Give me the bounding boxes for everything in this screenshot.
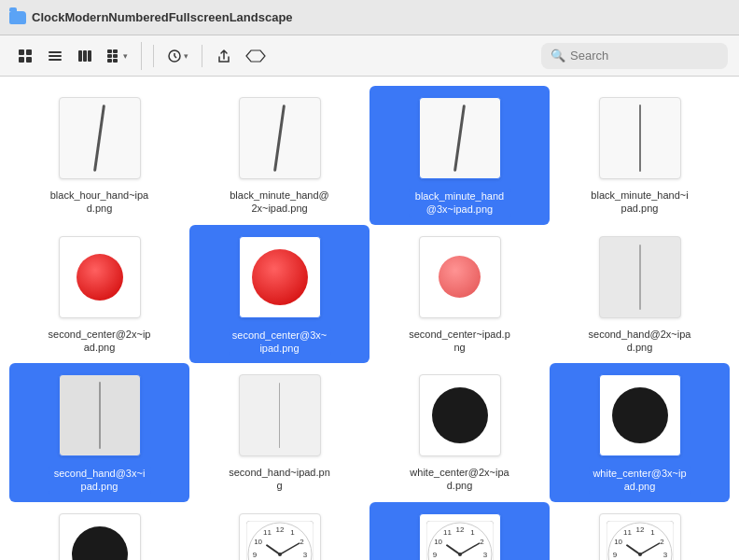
toolbar: ▾ ▾ 🔍 [0, 35, 739, 77]
file-item[interactable]: 121234567891011white_face~ipad.png [550, 502, 730, 560]
svg-rect-7 [78, 50, 82, 62]
file-item[interactable]: black_hour_hand~ipad.png [9, 86, 189, 225]
share-btn[interactable] [210, 42, 238, 70]
file-thumbnail: 121234567891011 [595, 510, 685, 560]
svg-text:9: 9 [612, 550, 617, 558]
title-bar: ClockModernNumberedFullscreenLandscape [0, 0, 739, 35]
svg-point-69 [638, 553, 642, 556]
file-item[interactable]: black_minute_hand@2x~ipad.png [189, 86, 370, 225]
svg-point-35 [278, 553, 282, 556]
search-bar: 🔍 [541, 43, 728, 69]
file-item[interactable]: white_center@3x~ipad.png [550, 363, 730, 502]
file-name: black_minute_hand@2x~ipad.png [229, 189, 331, 216]
file-item[interactable]: second_hand~ipad.png [189, 363, 370, 502]
file-thumbnail [55, 371, 145, 460]
svg-text:11: 11 [263, 528, 272, 537]
file-grid: black_hour_hand~ipad.pngblack_minute_han… [0, 86, 739, 560]
file-name: black_minute_hand@3x~ipad.png [409, 189, 511, 217]
gallery-chevron: ▾ [123, 51, 128, 61]
file-item[interactable]: second_center~ipad.png [370, 225, 550, 364]
actions-btn[interactable]: ▾ [161, 43, 194, 69]
file-thumbnail [235, 232, 325, 322]
file-item[interactable]: second_center@3x~ipad.png [189, 225, 370, 364]
file-name: black_minute_hand~ipad.png [589, 189, 691, 216]
file-thumbnail: 121234567891011 [415, 510, 505, 560]
file-name: second_center@3x~ipad.png [229, 328, 331, 357]
file-thumbnail [415, 93, 505, 183]
file-item[interactable]: 121234567891011white_face@2x~ipad.png [189, 502, 370, 560]
svg-rect-6 [49, 59, 62, 61]
svg-text:3: 3 [662, 550, 667, 558]
file-item[interactable]: black_minute_hand@3x~ipad.png [370, 86, 550, 225]
list-view-btn[interactable] [41, 42, 69, 70]
svg-rect-15 [113, 59, 118, 63]
column-view-btn[interactable] [71, 42, 99, 70]
svg-rect-10 [107, 49, 112, 53]
svg-rect-9 [88, 50, 91, 62]
svg-text:12: 12 [635, 525, 644, 533]
tag-btn[interactable] [242, 42, 270, 70]
file-thumbnail [415, 232, 505, 322]
svg-rect-5 [49, 55, 62, 57]
file-name: second_center~ipad.png [409, 328, 511, 355]
search-input[interactable] [570, 49, 718, 63]
file-thumbnail [415, 371, 505, 460]
file-item[interactable]: black_minute_hand~ipad.png [550, 86, 730, 225]
file-thumbnail [235, 371, 325, 460]
svg-text:2: 2 [660, 538, 664, 546]
file-thumbnail [55, 232, 145, 322]
search-icon: 🔍 [551, 49, 565, 63]
view-mode-group: ▾ [11, 42, 142, 70]
file-name: white_center@2x~ipad.png [409, 466, 511, 493]
svg-point-52 [458, 553, 462, 556]
svg-text:1: 1 [290, 528, 295, 537]
svg-rect-1 [26, 49, 32, 55]
actions-chevron: ▾ [184, 51, 188, 61]
svg-text:2: 2 [300, 538, 304, 546]
svg-rect-0 [19, 49, 24, 55]
svg-text:11: 11 [443, 528, 452, 537]
svg-text:12: 12 [275, 525, 284, 533]
svg-rect-4 [49, 51, 62, 53]
svg-rect-13 [113, 54, 118, 58]
window-title: ClockModernNumberedFullscreenLandscape [32, 10, 293, 24]
file-thumbnail: 121234567891011 [235, 510, 325, 560]
svg-text:10: 10 [254, 538, 262, 546]
svg-text:1: 1 [650, 528, 655, 537]
icon-view-btn[interactable] [11, 42, 39, 70]
toolbar-separator-1 [153, 45, 154, 67]
file-thumbnail [595, 371, 685, 460]
file-thumbnail [595, 93, 685, 183]
svg-text:9: 9 [252, 550, 257, 558]
file-content: black_hour_hand~ipad.pngblack_minute_han… [0, 77, 739, 560]
svg-text:1: 1 [470, 528, 475, 537]
svg-rect-11 [113, 49, 118, 53]
file-thumbnail [235, 93, 325, 183]
svg-rect-8 [83, 50, 87, 62]
gallery-view-btn[interactable]: ▾ [101, 43, 133, 69]
file-item[interactable]: second_center@2x~ipad.png [9, 225, 189, 364]
svg-text:2: 2 [480, 538, 484, 546]
file-name: black_hour_hand~ipad.png [49, 189, 151, 216]
file-thumbnail [55, 510, 145, 560]
svg-rect-12 [107, 54, 112, 58]
file-thumbnail [595, 232, 685, 322]
file-item[interactable]: white_center@2x~ipad.png [370, 363, 550, 502]
svg-text:3: 3 [482, 550, 487, 558]
file-item[interactable]: 121234567891011white_face@3x~ipad.png [370, 502, 550, 560]
svg-text:11: 11 [623, 528, 632, 537]
svg-text:3: 3 [302, 550, 307, 558]
file-name: second_hand@2x~ipad.png [589, 328, 691, 355]
file-item[interactable]: second_hand@2x~ipad.png [550, 225, 730, 364]
svg-line-18 [174, 56, 176, 58]
svg-text:12: 12 [455, 525, 464, 533]
file-name: second_hand@3x~ipad.png [49, 466, 151, 495]
toolbar-separator-2 [202, 45, 202, 67]
file-item[interactable]: second_hand@3x~ipad.png [9, 363, 189, 502]
file-name: second_center@2x~ipad.png [49, 328, 151, 355]
svg-text:10: 10 [434, 538, 442, 546]
svg-text:9: 9 [432, 550, 437, 558]
folder-icon [9, 11, 26, 24]
file-name: white_center@3x~ipad.png [589, 466, 691, 495]
file-item[interactable]: white_center~ipad.png [9, 502, 189, 560]
